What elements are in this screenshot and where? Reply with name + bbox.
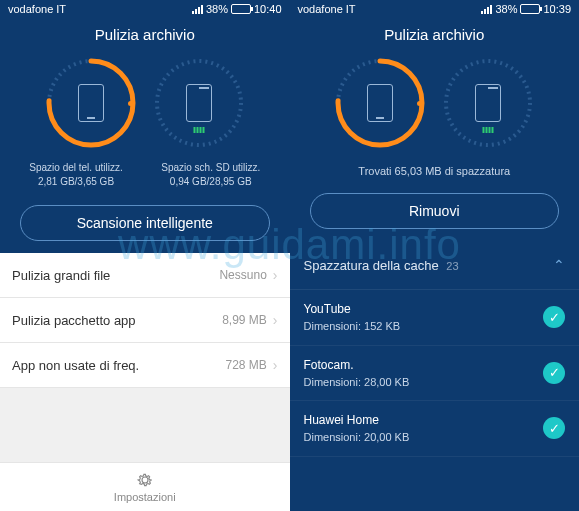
- battery-pct: 38%: [206, 3, 228, 15]
- battery-pct: 38%: [495, 3, 517, 15]
- row-value: Nessuno: [219, 268, 266, 282]
- list-row-app-package[interactable]: Pulizia pacchetto app 8,99 MB›: [0, 298, 290, 343]
- cache-item[interactable]: Huawei HomeDimensioni: 20,00 KB ✓: [290, 401, 580, 457]
- chevron-right-icon: ›: [273, 312, 278, 328]
- status-bar: vodafone IT 38% 10:39: [290, 0, 580, 18]
- check-icon[interactable]: ✓: [543, 362, 565, 384]
- row-value: 8,99 MB: [222, 313, 267, 327]
- gauges: [0, 49, 290, 161]
- cache-item[interactable]: YouTubeDimensioni: 152 KB ✓: [290, 290, 580, 346]
- row-label: Pulizia pacchetto app: [12, 313, 136, 328]
- found-junk-text: Trovati 65,03 MB di spazzatura: [290, 161, 580, 187]
- list-row-unused-apps[interactable]: App non usate di freq. 728 MB›: [0, 343, 290, 388]
- cache-item-size: Dimensioni: 28,00 KB: [304, 376, 410, 388]
- status-bar: vodafone IT 38% 10:40: [0, 0, 290, 18]
- chevron-right-icon: ›: [273, 357, 278, 373]
- carrier-label: vodafone IT: [298, 3, 356, 15]
- sd-level-icon: [193, 127, 204, 133]
- cache-item-size: Dimensioni: 152 KB: [304, 320, 401, 332]
- battery-icon: [231, 4, 251, 14]
- clock: 10:40: [254, 3, 282, 15]
- sd-icon: [475, 84, 501, 122]
- cache-item[interactable]: Fotocam.Dimensioni: 28,00 KB ✓: [290, 346, 580, 402]
- phone-icon: [78, 84, 104, 122]
- settings-button[interactable]: Impostazioni: [0, 462, 290, 511]
- cache-count: 23: [446, 260, 458, 272]
- phone-gauge: [330, 53, 430, 153]
- cache-header-label: Spazzatura della cache: [304, 258, 439, 273]
- signal-icon: [481, 5, 492, 14]
- phone-storage-value: 2,81 GB/3,65 GB: [29, 175, 122, 189]
- right-screen: vodafone IT 38% 10:39 Pulizia archivio: [290, 0, 580, 511]
- list-row-large-files[interactable]: Pulizia grandi file Nessuno›: [0, 253, 290, 298]
- gauges: [290, 49, 580, 161]
- phone-icon: [367, 84, 393, 122]
- check-icon[interactable]: ✓: [543, 306, 565, 328]
- left-screen: vodafone IT 38% 10:40 Pulizia archivio: [0, 0, 290, 511]
- sd-icon: [186, 84, 212, 122]
- sd-storage-value: 0,94 GB/28,95 GB: [161, 175, 260, 189]
- phone-storage-col: Spazio del tel. utilizz. 2,81 GB/3,65 GB: [29, 161, 122, 189]
- check-icon[interactable]: ✓: [543, 417, 565, 439]
- carrier-label: vodafone IT: [8, 3, 66, 15]
- cache-list: Spazzatura della cache 23 ⌃ YouTubeDimen…: [290, 241, 580, 511]
- cache-item-name: Huawei Home: [304, 411, 410, 429]
- row-label: Pulizia grandi file: [12, 268, 110, 283]
- status-right: 38% 10:40: [192, 3, 282, 15]
- sd-level-icon: [483, 127, 494, 133]
- phone-gauge: [41, 53, 141, 153]
- gauge-dot-icon: [128, 101, 133, 106]
- cache-header[interactable]: Spazzatura della cache 23 ⌃: [290, 241, 580, 290]
- storage-info: Spazio del tel. utilizz. 2,81 GB/3,65 GB…: [0, 161, 290, 199]
- remove-button[interactable]: Rimuovi: [310, 193, 560, 229]
- chevron-up-icon: ⌃: [553, 257, 565, 273]
- cache-item-size: Dimensioni: 20,00 KB: [304, 431, 410, 443]
- scan-button[interactable]: Scansione intelligente: [20, 205, 270, 241]
- chevron-right-icon: ›: [273, 267, 278, 283]
- sd-storage-label: Spazio sch. SD utilizz.: [161, 161, 260, 175]
- cache-item-name: Fotocam.: [304, 356, 410, 374]
- sd-gauge: [438, 53, 538, 153]
- sd-storage-col: Spazio sch. SD utilizz. 0,94 GB/28,95 GB: [161, 161, 260, 189]
- status-right: 38% 10:39: [481, 3, 571, 15]
- cache-item-name: YouTube: [304, 300, 401, 318]
- page-title: Pulizia archivio: [0, 18, 290, 49]
- list-area: Pulizia grandi file Nessuno› Pulizia pac…: [0, 253, 290, 511]
- signal-icon: [192, 5, 203, 14]
- gear-icon: [136, 471, 154, 489]
- phone-storage-label: Spazio del tel. utilizz.: [29, 161, 122, 175]
- battery-icon: [520, 4, 540, 14]
- row-value: 728 MB: [225, 358, 266, 372]
- row-label: App non usate di freq.: [12, 358, 139, 373]
- settings-label: Impostazioni: [114, 491, 176, 503]
- clock: 10:39: [543, 3, 571, 15]
- sd-gauge: [149, 53, 249, 153]
- page-title: Pulizia archivio: [290, 18, 580, 49]
